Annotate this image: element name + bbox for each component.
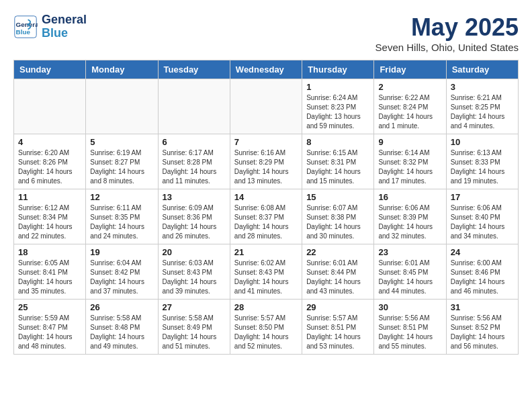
day-number: 12 (90, 192, 153, 202)
calendar-day-cell: 16Sunrise: 6:06 AM Sunset: 8:39 PM Dayli… (374, 189, 446, 244)
day-number: 5 (90, 137, 153, 147)
calendar-day-header: Sunday (14, 60, 86, 79)
day-info: Sunrise: 6:04 AM Sunset: 8:42 PM Dayligh… (90, 259, 153, 296)
day-info: Sunrise: 6:13 AM Sunset: 8:33 PM Dayligh… (451, 148, 514, 186)
calendar-day-header: Wednesday (230, 60, 302, 79)
calendar-day-cell: 19Sunrise: 6:04 AM Sunset: 8:42 PM Dayli… (86, 244, 158, 300)
calendar-day-cell: 17Sunrise: 6:06 AM Sunset: 8:40 PM Dayli… (446, 189, 518, 244)
title-area: May 2025 Seven Hills, Ohio, United State… (375, 13, 519, 53)
calendar-day-cell: 18Sunrise: 6:05 AM Sunset: 8:41 PM Dayli… (14, 244, 86, 300)
calendar-day-cell: 11Sunrise: 6:12 AM Sunset: 8:34 PM Dayli… (14, 189, 86, 244)
calendar-day-cell: 14Sunrise: 6:08 AM Sunset: 8:37 PM Dayli… (230, 189, 302, 244)
day-info: Sunrise: 6:12 AM Sunset: 8:34 PM Dayligh… (18, 203, 81, 241)
day-info: Sunrise: 5:58 AM Sunset: 8:49 PM Dayligh… (163, 314, 226, 351)
day-info: Sunrise: 6:05 AM Sunset: 8:41 PM Dayligh… (18, 259, 81, 296)
calendar-day-cell (230, 79, 302, 134)
day-info: Sunrise: 6:17 AM Sunset: 8:28 PM Dayligh… (163, 148, 226, 186)
calendar-day-cell: 6Sunrise: 6:17 AM Sunset: 8:28 PM Daylig… (158, 134, 230, 189)
day-number: 25 (18, 302, 81, 312)
calendar-day-cell: 9Sunrise: 6:14 AM Sunset: 8:32 PM Daylig… (374, 134, 446, 189)
calendar-day-cell: 4Sunrise: 6:20 AM Sunset: 8:26 PM Daylig… (14, 134, 86, 189)
logo-icon: General Blue (13, 15, 38, 39)
day-info: Sunrise: 6:08 AM Sunset: 8:37 PM Dayligh… (234, 203, 298, 241)
day-info: Sunrise: 5:59 AM Sunset: 8:47 PM Dayligh… (18, 314, 81, 351)
day-number: 19 (90, 247, 153, 257)
calendar-week-row: 11Sunrise: 6:12 AM Sunset: 8:34 PM Dayli… (14, 189, 519, 244)
calendar-day-cell: 8Sunrise: 6:15 AM Sunset: 8:31 PM Daylig… (302, 134, 374, 189)
calendar-week-row: 4Sunrise: 6:20 AM Sunset: 8:26 PM Daylig… (14, 134, 519, 189)
calendar-day-cell: 20Sunrise: 6:03 AM Sunset: 8:43 PM Dayli… (158, 244, 230, 300)
calendar-title: May 2025 (375, 13, 519, 42)
calendar-day-cell: 2Sunrise: 6:22 AM Sunset: 8:24 PM Daylig… (374, 79, 446, 134)
day-info: Sunrise: 5:57 AM Sunset: 8:51 PM Dayligh… (306, 314, 369, 351)
day-number: 4 (18, 137, 81, 147)
day-number: 26 (90, 302, 153, 312)
day-number: 14 (234, 192, 298, 202)
day-info: Sunrise: 5:58 AM Sunset: 8:48 PM Dayligh… (90, 314, 153, 351)
day-number: 18 (18, 247, 81, 257)
day-info: Sunrise: 6:16 AM Sunset: 8:29 PM Dayligh… (234, 148, 298, 186)
day-info: Sunrise: 6:24 AM Sunset: 8:23 PM Dayligh… (306, 93, 369, 131)
calendar-day-cell: 26Sunrise: 5:58 AM Sunset: 8:48 PM Dayli… (86, 300, 158, 355)
day-info: Sunrise: 5:57 AM Sunset: 8:50 PM Dayligh… (234, 314, 298, 351)
calendar-day-header: Saturday (446, 60, 518, 79)
day-info: Sunrise: 6:14 AM Sunset: 8:32 PM Dayligh… (378, 148, 441, 186)
day-number: 30 (378, 302, 441, 312)
day-number: 27 (163, 302, 226, 312)
calendar-day-header: Thursday (302, 60, 374, 79)
day-number: 16 (378, 192, 441, 202)
calendar-day-cell: 30Sunrise: 5:56 AM Sunset: 8:51 PM Dayli… (374, 300, 446, 355)
day-number: 17 (451, 192, 514, 202)
calendar-day-cell: 29Sunrise: 5:57 AM Sunset: 8:51 PM Dayli… (302, 300, 374, 355)
calendar-header-row: SundayMondayTuesdayWednesdayThursdayFrid… (14, 60, 519, 79)
calendar-day-cell: 12Sunrise: 6:11 AM Sunset: 8:35 PM Dayli… (86, 189, 158, 244)
calendar-week-row: 18Sunrise: 6:05 AM Sunset: 8:41 PM Dayli… (14, 244, 519, 300)
day-number: 8 (306, 137, 369, 147)
calendar-week-row: 1Sunrise: 6:24 AM Sunset: 8:23 PM Daylig… (14, 79, 519, 134)
day-info: Sunrise: 6:21 AM Sunset: 8:25 PM Dayligh… (451, 93, 514, 131)
calendar-day-header: Tuesday (158, 60, 230, 79)
calendar-day-cell: 23Sunrise: 6:01 AM Sunset: 8:45 PM Dayli… (374, 244, 446, 300)
day-number: 6 (163, 137, 226, 147)
calendar-day-cell: 5Sunrise: 6:19 AM Sunset: 8:27 PM Daylig… (86, 134, 158, 189)
calendar-day-cell: 1Sunrise: 6:24 AM Sunset: 8:23 PM Daylig… (302, 79, 374, 134)
calendar-day-cell (86, 79, 158, 134)
calendar-subtitle: Seven Hills, Ohio, United States (375, 42, 519, 53)
day-info: Sunrise: 6:02 AM Sunset: 8:43 PM Dayligh… (234, 259, 298, 296)
day-info: Sunrise: 6:03 AM Sunset: 8:43 PM Dayligh… (163, 259, 226, 296)
day-number: 1 (306, 82, 369, 92)
day-number: 29 (306, 302, 369, 312)
day-number: 31 (451, 302, 514, 312)
calendar-day-cell (14, 79, 86, 134)
day-info: Sunrise: 6:01 AM Sunset: 8:45 PM Dayligh… (378, 259, 441, 296)
day-number: 3 (451, 82, 514, 92)
day-number: 28 (234, 302, 298, 312)
calendar-day-cell: 10Sunrise: 6:13 AM Sunset: 8:33 PM Dayli… (446, 134, 518, 189)
calendar-day-cell: 27Sunrise: 5:58 AM Sunset: 8:49 PM Dayli… (158, 300, 230, 355)
day-info: Sunrise: 6:01 AM Sunset: 8:44 PM Dayligh… (306, 259, 369, 296)
day-number: 20 (163, 247, 226, 257)
calendar-day-cell: 13Sunrise: 6:09 AM Sunset: 8:36 PM Dayli… (158, 189, 230, 244)
day-number: 11 (18, 192, 81, 202)
day-number: 24 (451, 247, 514, 257)
day-number: 13 (163, 192, 226, 202)
calendar-day-cell: 28Sunrise: 5:57 AM Sunset: 8:50 PM Dayli… (230, 300, 302, 355)
day-info: Sunrise: 6:19 AM Sunset: 8:27 PM Dayligh… (90, 148, 153, 186)
day-info: Sunrise: 6:07 AM Sunset: 8:38 PM Dayligh… (306, 203, 369, 241)
day-info: Sunrise: 5:56 AM Sunset: 8:52 PM Dayligh… (451, 314, 514, 351)
day-number: 10 (451, 137, 514, 147)
day-info: Sunrise: 6:00 AM Sunset: 8:46 PM Dayligh… (451, 259, 514, 296)
calendar-day-cell: 7Sunrise: 6:16 AM Sunset: 8:29 PM Daylig… (230, 134, 302, 189)
calendar-day-header: Monday (86, 60, 158, 79)
logo: General Blue General Blue (13, 13, 87, 40)
calendar-table: SundayMondayTuesdayWednesdayThursdayFrid… (13, 60, 519, 355)
calendar-day-cell: 15Sunrise: 6:07 AM Sunset: 8:38 PM Dayli… (302, 189, 374, 244)
day-info: Sunrise: 6:22 AM Sunset: 8:24 PM Dayligh… (378, 93, 441, 131)
day-number: 7 (234, 137, 298, 147)
day-info: Sunrise: 6:09 AM Sunset: 8:36 PM Dayligh… (163, 203, 226, 241)
day-number: 2 (378, 82, 441, 92)
calendar-day-cell: 31Sunrise: 5:56 AM Sunset: 8:52 PM Dayli… (446, 300, 518, 355)
day-info: Sunrise: 6:06 AM Sunset: 8:39 PM Dayligh… (378, 203, 441, 241)
calendar-day-cell: 22Sunrise: 6:01 AM Sunset: 8:44 PM Dayli… (302, 244, 374, 300)
calendar-day-header: Friday (374, 60, 446, 79)
